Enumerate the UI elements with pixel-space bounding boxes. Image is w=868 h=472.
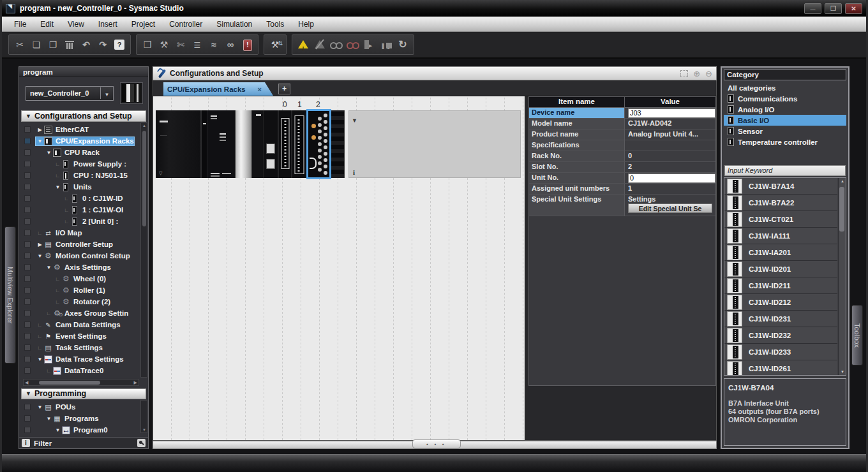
tree-item[interactable]: Event Settings (19, 330, 139, 342)
export[interactable] (140, 38, 154, 52)
section-programming[interactable]: Programming (21, 388, 146, 400)
tree-item[interactable]: Wheel (0) (19, 273, 139, 284)
restore-button[interactable] (825, 3, 842, 14)
zoom-out-icon[interactable] (705, 68, 712, 79)
rack-canvas[interactable]: 0 1 2 (153, 96, 528, 440)
unit-list-item[interactable]: CJ1W-ID261 (724, 360, 837, 376)
category-item[interactable]: Basic I/O (724, 115, 846, 126)
unit-list-item[interactable]: CJ1W-B7A22 (724, 195, 837, 211)
expand-arrow-icon[interactable] (63, 219, 71, 225)
horizontal-splitter[interactable] (153, 441, 717, 449)
expand-arrow-icon[interactable]: ▼ (54, 184, 62, 190)
expand-arrow-icon[interactable] (54, 299, 62, 305)
tree-item[interactable]: Power Supply : (19, 158, 139, 170)
expand-arrow-icon[interactable]: ▼ (36, 404, 44, 410)
add-tab-button[interactable] (278, 84, 290, 94)
category-item[interactable]: Sensor (724, 126, 846, 136)
troubleshoot[interactable] (240, 38, 254, 52)
chevron-down-icon[interactable] (352, 114, 357, 125)
tree-item[interactable]: Axes Group Settin (19, 307, 139, 319)
unit-list-scrollbar[interactable] (838, 178, 846, 375)
check[interactable] (174, 38, 188, 52)
tab-close-icon[interactable] (258, 85, 262, 93)
step-debug[interactable] (363, 38, 377, 52)
expand-arrow-icon[interactable] (54, 173, 62, 179)
option-unit[interactable] (252, 110, 264, 178)
go-online[interactable] (296, 38, 310, 52)
tab-cpu-expansion-racks[interactable]: CPU/Expansion Racks (163, 82, 273, 96)
tree-item[interactable]: ▼Data Trace Settings (19, 353, 139, 365)
tree-item[interactable]: Task Settings (19, 342, 139, 353)
unit-list-item[interactable]: CJ1W-ID201 (724, 261, 837, 277)
pin-icon[interactable] (137, 439, 146, 447)
unit-no-input[interactable] (628, 173, 715, 183)
tree-item[interactable]: 2 [Unit 0] : (19, 216, 139, 227)
build[interactable] (157, 38, 171, 52)
keyword-search-input[interactable]: Input Keyword (724, 165, 846, 176)
tree2-scrollbar[interactable] (140, 400, 147, 433)
section-configurations[interactable]: Configurations and Setup (21, 110, 146, 122)
menu-item[interactable]: Tools (259, 17, 291, 31)
splitter-grip[interactable] (412, 439, 461, 448)
expand-arrow-icon[interactable]: ▼ (45, 416, 53, 422)
tree-item[interactable]: ▼Programs (19, 413, 139, 424)
synchronize[interactable] (268, 38, 282, 52)
expand-arrow-icon[interactable]: ▶ (36, 242, 44, 247)
power-supply-unit[interactable] (156, 110, 202, 178)
menu-item[interactable]: Insert (91, 17, 124, 31)
menu-item[interactable]: Help (291, 17, 321, 31)
chevron-down-icon[interactable] (100, 87, 113, 99)
controller-selector[interactable]: new_Controller_0 (26, 86, 114, 101)
unit-list-item[interactable]: CJ1W-ID211 (724, 277, 837, 294)
tree-item[interactable]: 0 : CJ1W-ID (19, 193, 139, 204)
category-item[interactable]: Temperature controller (724, 136, 846, 147)
go-offline[interactable] (313, 38, 327, 52)
menu-item[interactable]: Edit (33, 17, 61, 31)
expand-arrow-icon[interactable] (54, 288, 62, 293)
tree-scrollbar[interactable] (140, 122, 147, 378)
toolbox-tab[interactable]: Toolbox (851, 305, 863, 365)
menu-item[interactable]: File (7, 17, 33, 31)
unit-list-item[interactable]: CJ1W-ID231 (724, 311, 837, 327)
tree-item[interactable]: ▼POUs (19, 401, 139, 413)
menu-item[interactable]: Controller (162, 17, 209, 31)
tree-item[interactable]: I/O Map (19, 227, 139, 239)
tree-item[interactable]: Roller (1) (19, 284, 139, 296)
edit-special-unit-settings-button[interactable]: Edit Special Unit Se (628, 203, 712, 213)
rack-extension-area[interactable] (348, 110, 521, 178)
multiview-explorer-tab[interactable]: Multiview Explorer (4, 226, 16, 364)
expand-arrow-icon[interactable] (36, 334, 44, 339)
tree-item[interactable]: ▼Program0 (19, 424, 139, 436)
tree-item[interactable]: CPU : NJ501-15 (19, 170, 139, 181)
tree-item[interactable]: ▼CPU Rack (19, 147, 139, 158)
tree-item[interactable]: ▼Axis Settings (19, 262, 139, 273)
expand-arrow-icon[interactable]: ▼ (45, 265, 53, 270)
fit-view-icon[interactable] (680, 70, 688, 77)
cpu-unit[interactable] (207, 110, 236, 178)
unit-list-item[interactable]: CJ1W-B7A14 (724, 178, 837, 195)
cut[interactable] (13, 38, 27, 52)
search[interactable] (223, 38, 237, 52)
expand-arrow-icon[interactable] (63, 207, 71, 213)
menu-item[interactable]: View (61, 17, 91, 31)
paste[interactable] (46, 38, 60, 52)
slot-2-unit-selected[interactable] (308, 110, 330, 178)
tree-item[interactable]: Cam Data Settings (19, 319, 139, 330)
expand-arrow-icon[interactable] (36, 322, 44, 328)
expand-arrow-icon[interactable] (63, 196, 71, 202)
tree-item[interactable]: ▼CPU/Expansion Racks (19, 135, 139, 147)
tree-item[interactable]: ▶EtherCAT (19, 124, 139, 135)
copy[interactable] (29, 38, 43, 52)
tree-item[interactable]: ▼Units (19, 181, 139, 193)
menu-item[interactable]: Simulation (209, 17, 259, 31)
tree-item[interactable]: 1 : CJ1W-OI (19, 204, 139, 216)
pause-debug[interactable] (379, 38, 393, 52)
slot-0-unit[interactable] (279, 110, 292, 178)
tree-item[interactable]: DataTrace0 (19, 365, 139, 376)
unit-list-item[interactable]: CJ1W-ID232 (724, 327, 837, 344)
expand-arrow-icon[interactable]: ▼ (36, 138, 44, 144)
expand-arrow-icon[interactable]: ▶ (36, 127, 44, 133)
end-cap[interactable] (330, 110, 345, 178)
tree-hscrollbar[interactable] (23, 379, 139, 385)
unit-list-item[interactable]: CJ1W-IA111 (724, 228, 837, 244)
